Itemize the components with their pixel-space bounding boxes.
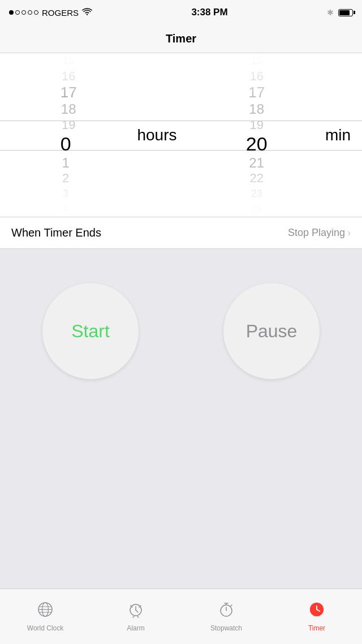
- hours-item-above-2: 16: [0, 68, 137, 84]
- tab-world-clock[interactable]: World Clock: [0, 589, 90, 644]
- pause-label: Pause: [246, 321, 298, 342]
- minutes-items: 15 16 17 18 19 20 21 22 23 24: [188, 53, 325, 217]
- hours-column[interactable]: 15 16 17 18 19 0 1 2 3 4: [0, 53, 137, 217]
- hours-label: hours: [137, 126, 176, 144]
- signal-dots: [9, 10, 38, 15]
- timer-ends-value[interactable]: Stop Playing ›: [288, 227, 351, 239]
- hours-item-below-4: 4: [0, 201, 137, 217]
- picker-columns: 15 16 17 18 19 0 1 2 3 4 hours: [0, 53, 362, 217]
- start-button[interactable]: Start: [42, 283, 139, 379]
- signal-dot-3: [21, 10, 26, 15]
- alarm-label: Alarm: [127, 624, 144, 632]
- mins-item-above-1: 17: [188, 84, 325, 101]
- mins-item-below-3: 23: [188, 186, 325, 201]
- hours-item-above-3: 15: [0, 53, 137, 68]
- mins-item-below-4: 24: [188, 201, 325, 217]
- hours-items: 15 16 17 18 19 0 1 2 3 4: [0, 53, 137, 217]
- buttons-area: Start Pause: [0, 249, 362, 589]
- timer-label: Timer: [308, 624, 325, 632]
- hours-item-above-1: 17: [0, 84, 137, 101]
- world-clock-icon: [37, 601, 54, 622]
- mins-item-pre: 19: [188, 117, 325, 132]
- status-right: ✱: [327, 8, 353, 17]
- svg-line-16: [231, 605, 232, 606]
- mins-item-below-1: 21: [188, 155, 325, 171]
- hours-label-col: hours: [137, 53, 176, 217]
- stopwatch-label: Stopwatch: [210, 624, 242, 632]
- carrier-name: ROGERS: [42, 8, 79, 18]
- tab-bar: World Clock Alarm: [0, 589, 362, 644]
- hours-item-below-2: 2: [0, 171, 137, 186]
- minutes-column[interactable]: 15 16 17 18 19 20 21 22 23 24: [176, 53, 325, 217]
- svg-line-11: [137, 616, 139, 617]
- signal-dot-1: [9, 10, 14, 15]
- nav-title: Timer: [166, 32, 196, 45]
- mins-item-selected: 20: [188, 133, 325, 155]
- world-clock-label: World Clock: [27, 624, 63, 632]
- hours-item-below-1: 1: [0, 155, 137, 171]
- timer-ends-current: Stop Playing: [288, 227, 345, 239]
- signal-dot-2: [15, 10, 20, 15]
- tab-alarm[interactable]: Alarm: [90, 589, 181, 644]
- signal-dot-5: [34, 10, 38, 15]
- mins-item-above-3: 15: [188, 53, 325, 68]
- svg-line-10: [133, 616, 134, 617]
- svg-line-7: [136, 610, 138, 612]
- minutes-label-col: min: [325, 53, 362, 217]
- hours-item-selected: 0: [0, 133, 137, 155]
- main-content: 15 16 17 18 19 0 1 2 3 4 hours: [0, 53, 362, 589]
- time-picker[interactable]: 15 16 17 18 19 0 1 2 3 4 hours: [0, 53, 362, 217]
- minutes-label: min: [325, 126, 351, 144]
- chevron-right-icon: ›: [347, 227, 351, 239]
- status-left: ROGERS: [9, 8, 92, 18]
- start-label: Start: [71, 321, 110, 342]
- timer-ends-row[interactable]: When Timer Ends Stop Playing ›: [0, 217, 362, 249]
- mins-item-above-0: 18: [188, 101, 325, 117]
- battery-indicator: [338, 9, 353, 16]
- tab-timer[interactable]: Timer: [272, 589, 362, 644]
- tab-stopwatch[interactable]: Stopwatch: [181, 589, 272, 644]
- stopwatch-icon: [218, 601, 235, 622]
- hours-item-pre: 19: [0, 117, 137, 132]
- hours-item-below-3: 3: [0, 186, 137, 201]
- wifi-icon: [82, 8, 92, 18]
- signal-dot-4: [28, 10, 32, 15]
- mins-item-above-2: 16: [188, 68, 325, 84]
- status-time: 3:38 PM: [191, 7, 227, 18]
- bluetooth-icon: ✱: [327, 8, 334, 17]
- mins-item-below-2: 22: [188, 171, 325, 186]
- pause-button[interactable]: Pause: [223, 283, 320, 379]
- alarm-icon: [127, 601, 144, 622]
- nav-bar: Timer: [0, 25, 362, 53]
- status-bar: ROGERS 3:38 PM ✱: [0, 0, 362, 25]
- hours-item-above-0: 18: [0, 101, 137, 117]
- timer-ends-label: When Timer Ends: [11, 226, 101, 239]
- timer-icon: [308, 601, 325, 622]
